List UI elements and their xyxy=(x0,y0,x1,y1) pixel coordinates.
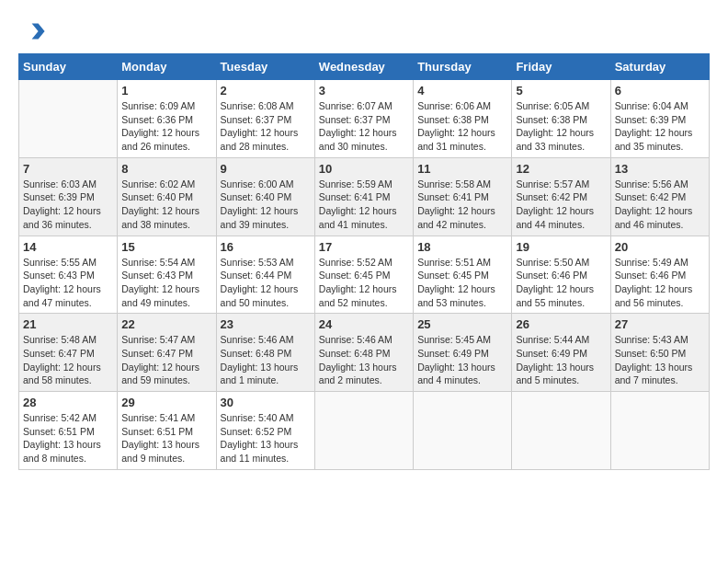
calendar-cell: 2Sunrise: 6:08 AMSunset: 6:37 PMDaylight… xyxy=(216,80,314,158)
day-number: 27 xyxy=(615,317,705,331)
calendar-header-row: SundayMondayTuesdayWednesdayThursdayFrid… xyxy=(19,54,710,80)
day-number: 7 xyxy=(23,162,113,176)
day-info: Sunrise: 6:07 AMSunset: 6:37 PMDaylight:… xyxy=(319,99,409,154)
calendar-cell: 15Sunrise: 5:54 AMSunset: 6:43 PMDayligh… xyxy=(118,236,216,314)
day-number: 14 xyxy=(23,240,113,254)
calendar-cell: 24Sunrise: 5:46 AMSunset: 6:48 PMDayligh… xyxy=(314,314,413,392)
calendar-cell: 16Sunrise: 5:53 AMSunset: 6:44 PMDayligh… xyxy=(216,236,314,314)
day-info: Sunrise: 5:56 AMSunset: 6:42 PMDaylight:… xyxy=(615,178,705,232)
calendar-cell: 5Sunrise: 6:05 AMSunset: 6:38 PMDaylight… xyxy=(512,80,610,158)
day-number: 17 xyxy=(319,240,409,254)
day-info: Sunrise: 5:51 AMSunset: 6:45 PMDaylight:… xyxy=(417,256,507,310)
day-number: 16 xyxy=(221,240,311,254)
day-number: 8 xyxy=(121,162,211,176)
day-number: 6 xyxy=(615,84,705,98)
day-number: 19 xyxy=(516,240,606,254)
calendar-cell: 28Sunrise: 5:42 AMSunset: 6:51 PMDayligh… xyxy=(19,392,118,470)
day-number: 2 xyxy=(221,84,311,98)
day-info: Sunrise: 5:47 AMSunset: 6:47 PMDaylight:… xyxy=(121,333,211,387)
calendar-cell: 23Sunrise: 5:46 AMSunset: 6:48 PMDayligh… xyxy=(216,314,314,392)
day-number: 3 xyxy=(319,84,409,98)
calendar-row-4: 28Sunrise: 5:42 AMSunset: 6:51 PMDayligh… xyxy=(19,392,710,470)
calendar-cell: 6Sunrise: 6:04 AMSunset: 6:39 PMDaylight… xyxy=(610,80,709,158)
day-info: Sunrise: 5:57 AMSunset: 6:42 PMDaylight:… xyxy=(516,178,606,232)
page-header xyxy=(18,18,710,44)
day-info: Sunrise: 5:59 AMSunset: 6:41 PMDaylight:… xyxy=(319,178,409,232)
day-info: Sunrise: 5:48 AMSunset: 6:47 PMDaylight:… xyxy=(23,333,113,387)
calendar-cell: 22Sunrise: 5:47 AMSunset: 6:47 PMDayligh… xyxy=(118,314,216,392)
calendar-cell: 11Sunrise: 5:58 AMSunset: 6:41 PMDayligh… xyxy=(414,157,512,236)
day-info: Sunrise: 5:44 AMSunset: 6:49 PMDaylight:… xyxy=(516,333,606,387)
day-number: 24 xyxy=(319,317,409,331)
calendar-cell: 7Sunrise: 6:03 AMSunset: 6:39 PMDaylight… xyxy=(19,157,118,236)
day-info: Sunrise: 6:03 AMSunset: 6:39 PMDaylight:… xyxy=(23,178,113,232)
day-info: Sunrise: 6:02 AMSunset: 6:40 PMDaylight:… xyxy=(121,178,211,232)
day-info: Sunrise: 5:52 AMSunset: 6:45 PMDaylight:… xyxy=(319,256,409,310)
calendar-cell: 4Sunrise: 6:06 AMSunset: 6:38 PMDaylight… xyxy=(414,80,512,158)
svg-marker-0 xyxy=(32,24,45,40)
calendar-cell: 17Sunrise: 5:52 AMSunset: 6:45 PMDayligh… xyxy=(314,236,413,314)
calendar-header-sunday: Sunday xyxy=(19,54,118,80)
calendar-cell xyxy=(512,392,610,470)
calendar-cell xyxy=(314,392,413,470)
day-number: 25 xyxy=(417,317,507,331)
day-info: Sunrise: 6:06 AMSunset: 6:38 PMDaylight:… xyxy=(417,99,507,154)
calendar-header-wednesday: Wednesday xyxy=(314,54,413,80)
day-number: 20 xyxy=(615,240,705,254)
calendar-header-saturday: Saturday xyxy=(610,54,709,80)
calendar-cell: 21Sunrise: 5:48 AMSunset: 6:47 PMDayligh… xyxy=(19,314,118,392)
calendar-cell: 13Sunrise: 5:56 AMSunset: 6:42 PMDayligh… xyxy=(610,157,709,236)
logo xyxy=(18,18,46,44)
day-info: Sunrise: 5:42 AMSunset: 6:51 PMDaylight:… xyxy=(23,411,113,465)
calendar-cell: 27Sunrise: 5:43 AMSunset: 6:50 PMDayligh… xyxy=(610,314,709,392)
day-number: 15 xyxy=(121,240,211,254)
day-number: 28 xyxy=(23,396,113,409)
calendar-cell: 9Sunrise: 6:00 AMSunset: 6:40 PMDaylight… xyxy=(216,157,314,236)
day-number: 18 xyxy=(417,240,507,254)
calendar-cell: 3Sunrise: 6:07 AMSunset: 6:37 PMDaylight… xyxy=(314,80,413,158)
day-number: 10 xyxy=(319,162,409,176)
calendar-cell: 19Sunrise: 5:50 AMSunset: 6:46 PMDayligh… xyxy=(512,236,610,314)
day-number: 22 xyxy=(121,317,211,331)
day-number: 29 xyxy=(121,396,211,409)
calendar-row-2: 14Sunrise: 5:55 AMSunset: 6:43 PMDayligh… xyxy=(19,236,710,314)
day-number: 5 xyxy=(516,84,606,98)
calendar-cell xyxy=(19,80,118,158)
calendar-header-thursday: Thursday xyxy=(414,54,512,80)
day-info: Sunrise: 5:55 AMSunset: 6:43 PMDaylight:… xyxy=(23,256,113,310)
day-info: Sunrise: 5:41 AMSunset: 6:51 PMDaylight:… xyxy=(121,411,211,465)
day-number: 1 xyxy=(121,84,211,98)
calendar-cell: 18Sunrise: 5:51 AMSunset: 6:45 PMDayligh… xyxy=(414,236,512,314)
calendar-cell: 25Sunrise: 5:45 AMSunset: 6:49 PMDayligh… xyxy=(414,314,512,392)
calendar-cell: 12Sunrise: 5:57 AMSunset: 6:42 PMDayligh… xyxy=(512,157,610,236)
day-info: Sunrise: 5:46 AMSunset: 6:48 PMDaylight:… xyxy=(319,333,409,387)
calendar-header-tuesday: Tuesday xyxy=(216,54,314,80)
day-info: Sunrise: 5:45 AMSunset: 6:49 PMDaylight:… xyxy=(417,333,507,387)
day-number: 13 xyxy=(615,162,705,176)
day-info: Sunrise: 5:58 AMSunset: 6:41 PMDaylight:… xyxy=(417,178,507,232)
calendar-cell: 1Sunrise: 6:09 AMSunset: 6:36 PMDaylight… xyxy=(118,80,216,158)
day-info: Sunrise: 6:04 AMSunset: 6:39 PMDaylight:… xyxy=(615,99,705,154)
calendar-cell: 20Sunrise: 5:49 AMSunset: 6:46 PMDayligh… xyxy=(610,236,709,314)
day-info: Sunrise: 5:49 AMSunset: 6:46 PMDaylight:… xyxy=(615,256,705,310)
day-info: Sunrise: 5:53 AMSunset: 6:44 PMDaylight:… xyxy=(221,256,311,310)
day-number: 9 xyxy=(221,162,311,176)
calendar-cell: 30Sunrise: 5:40 AMSunset: 6:52 PMDayligh… xyxy=(216,392,314,470)
day-info: Sunrise: 5:50 AMSunset: 6:46 PMDaylight:… xyxy=(516,256,606,310)
day-number: 11 xyxy=(417,162,507,176)
calendar-cell: 26Sunrise: 5:44 AMSunset: 6:49 PMDayligh… xyxy=(512,314,610,392)
calendar-row-3: 21Sunrise: 5:48 AMSunset: 6:47 PMDayligh… xyxy=(19,314,710,392)
calendar-cell: 10Sunrise: 5:59 AMSunset: 6:41 PMDayligh… xyxy=(314,157,413,236)
day-info: Sunrise: 6:05 AMSunset: 6:38 PMDaylight:… xyxy=(516,99,606,154)
calendar-table: SundayMondayTuesdayWednesdayThursdayFrid… xyxy=(18,53,710,470)
day-number: 30 xyxy=(221,396,311,409)
calendar-cell xyxy=(610,392,709,470)
day-number: 4 xyxy=(417,84,507,98)
day-info: Sunrise: 5:46 AMSunset: 6:48 PMDaylight:… xyxy=(221,333,311,387)
calendar-row-0: 1Sunrise: 6:09 AMSunset: 6:36 PMDaylight… xyxy=(19,80,710,158)
day-number: 12 xyxy=(516,162,606,176)
day-number: 23 xyxy=(221,317,311,331)
day-number: 21 xyxy=(23,317,113,331)
calendar-cell: 29Sunrise: 5:41 AMSunset: 6:51 PMDayligh… xyxy=(118,392,216,470)
day-number: 26 xyxy=(516,317,606,331)
